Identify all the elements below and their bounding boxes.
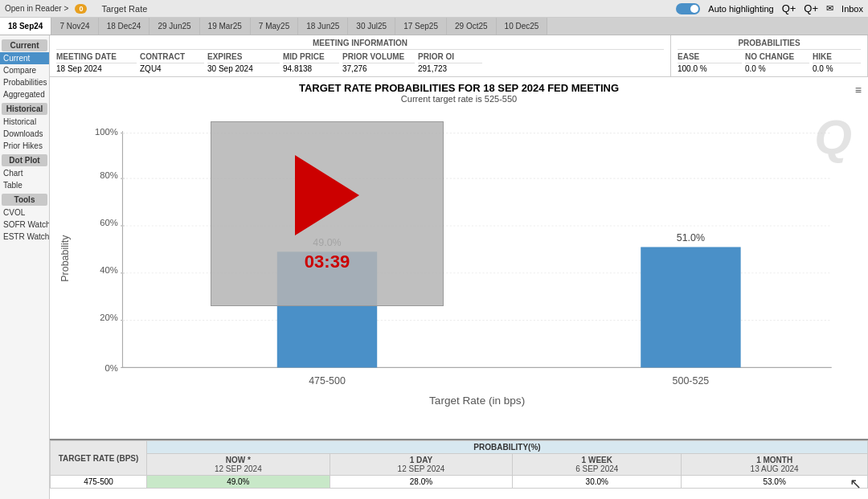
svg-text:40%: 40% xyxy=(100,265,118,275)
hike-header: HIKE xyxy=(813,52,861,63)
chart-area: TARGET RATE PROBABILITIES FOR 18 SEP 202… xyxy=(50,77,868,439)
prior-volume-value: 37,276 xyxy=(342,64,415,73)
expires-header: EXPIRES xyxy=(207,52,280,63)
sidebar-item-prior-hikes[interactable]: Prior Hikes xyxy=(0,140,49,152)
inbox-icon[interactable]: ✉ xyxy=(826,3,833,14)
meeting-information-section: MEETING INFORMATION MEETING DATE CONTRAC… xyxy=(50,35,671,76)
sidebar-item-table[interactable]: Table xyxy=(0,179,49,191)
mid-price-value: 94.8138 xyxy=(283,64,339,73)
info-header: MEETING INFORMATION MEETING DATE CONTRAC… xyxy=(50,35,868,77)
date-tabs: 18 Sep247 Nov2418 Dec2429 Jun2519 Mar257… xyxy=(0,18,868,35)
content-area: MEETING INFORMATION MEETING DATE CONTRAC… xyxy=(50,35,868,499)
ease-value: 100.0 % xyxy=(678,64,742,73)
month1-cell: 53.0% xyxy=(682,476,868,489)
date-tab-29-Oct25[interactable]: 29 Oct25 xyxy=(447,18,497,35)
bottom-table: TARGET RATE (BPS) PROBABILITY(%) NOW * 1… xyxy=(50,439,868,499)
sidebar-section-historical: Historical xyxy=(2,103,47,115)
date-tab-30-Jul25[interactable]: 30 Jul25 xyxy=(348,18,395,35)
date-tab-7-May25[interactable]: 7 May25 xyxy=(251,18,298,35)
chart-subtitle: Current target rate is 525-550 xyxy=(50,94,868,107)
open-reader-label: Open in Reader xyxy=(5,4,62,13)
date-tab-7-Nov24[interactable]: 7 Nov24 xyxy=(51,18,98,35)
cursor-icon: ↖ xyxy=(850,475,862,493)
date-tab-19-Mar25[interactable]: 19 Mar25 xyxy=(200,18,251,35)
date-tab-17-Sep25[interactable]: 17 Sep25 xyxy=(395,18,447,35)
sidebar-item-estr-watch[interactable]: ESTR Watch xyxy=(0,231,49,243)
probability-section-header: PROBABILITY(%) xyxy=(147,441,868,454)
sidebar-section-current: Current xyxy=(2,39,47,51)
prior-volume-header: PRIOR VOLUME xyxy=(342,52,415,63)
sidebar-item-historical[interactable]: Historical xyxy=(0,116,49,128)
prior-oi-header: PRIOR OI xyxy=(418,52,482,63)
svg-text:Probability: Probability xyxy=(59,235,71,282)
svg-text:60%: 60% xyxy=(100,218,118,227)
probabilities-title: PROBABILITIES xyxy=(678,39,861,50)
date-tab-18-Dec24[interactable]: 18 Dec24 xyxy=(99,18,150,35)
video-overlay[interactable]: 03:39 xyxy=(211,121,444,306)
date-tab-18-Jun25[interactable]: 18 Jun25 xyxy=(298,18,348,35)
svg-text:20%: 20% xyxy=(100,313,118,322)
expires-value: 30 Sep 2024 xyxy=(207,64,280,73)
svg-text:100%: 100% xyxy=(95,127,118,137)
bar-chart-svg: 0% 20% 40% 60% 80% 100% xyxy=(50,107,868,428)
probabilities-grid: EASE NO CHANGE HIKE 100.0 % 0.0 % 0.0 % xyxy=(678,52,861,73)
contract-value: ZQU4 xyxy=(140,64,204,73)
x-axis-title: Target Rate (in bps) xyxy=(429,395,525,407)
inbox-label[interactable]: Inbox xyxy=(841,4,863,14)
chart-menu-icon[interactable]: ≡ xyxy=(855,84,862,96)
x-label-500-525: 500-525 xyxy=(673,375,710,387)
auto-highlighting-toggle[interactable] xyxy=(676,3,700,14)
reader-badge: 0 xyxy=(75,4,87,14)
now-header: NOW * 12 SEP 2024 xyxy=(147,454,330,476)
arrow-icon: > xyxy=(64,4,69,13)
chart-title: TARGET RATE PROBABILITIES FOR 18 SEP 202… xyxy=(50,77,868,94)
topbar-left: Open in Reader > 0 Target Rate xyxy=(5,4,147,14)
week1-cell: 30.0% xyxy=(513,476,682,489)
mid-price-header: MID PRICE xyxy=(283,52,339,63)
sidebar-item-compare[interactable]: Compare xyxy=(0,64,49,76)
sidebar-section-dot-plot: Dot Plot xyxy=(2,154,47,166)
ease-header: EASE xyxy=(678,52,742,63)
contract-header: CONTRACT xyxy=(140,52,204,63)
meeting-date-header: MEETING DATE xyxy=(56,52,137,63)
no-change-value: 0.0 % xyxy=(745,64,809,73)
sidebar-item-cvol[interactable]: CVOL xyxy=(0,207,49,219)
sidebar-item-aggregated[interactable]: Aggregated xyxy=(0,88,49,100)
play-button[interactable] xyxy=(295,155,359,235)
x-label-475-500: 475-500 xyxy=(309,375,346,387)
bar-500-525 xyxy=(641,247,740,367)
target-rate-header: TARGET RATE (BPS) xyxy=(51,441,147,476)
prior-oi-value: 291,723 xyxy=(418,64,482,73)
topbar-right: Auto highlighting Q+ Q+ ✉ Inbox xyxy=(676,2,863,14)
1week-header: 1 WEEK 6 SEP 2024 xyxy=(513,454,682,476)
q-plus-icon[interactable]: Q+ xyxy=(804,2,818,14)
chart-svg-container: 0% 20% 40% 60% 80% 100% xyxy=(50,107,868,428)
meeting-info-grid: MEETING DATE CONTRACT EXPIRES MID PRICE … xyxy=(56,52,664,73)
hike-value: 0.0 % xyxy=(813,64,861,73)
target-rate-label: Target Rate xyxy=(101,4,147,14)
toggle-knob xyxy=(690,5,698,13)
now-cell: 49.0% xyxy=(147,476,330,489)
main-layout: CurrentCurrentCompareProbabilitiesAggreg… xyxy=(0,35,868,499)
rate-cell: 475-500 xyxy=(51,476,147,489)
date-tab-29-Jun25[interactable]: 29 Jun25 xyxy=(149,18,199,35)
meeting-date-value: 18 Sep 2024 xyxy=(56,64,137,73)
date-tab-18-Sep24[interactable]: 18 Sep24 xyxy=(0,18,51,35)
open-reader-button[interactable]: Open in Reader > xyxy=(5,4,68,13)
sidebar-item-current[interactable]: Current xyxy=(0,52,49,64)
sidebar-item-downloads[interactable]: Downloads xyxy=(0,128,49,140)
sidebar-item-probabilities[interactable]: Probabilities xyxy=(0,76,49,88)
sidebar: CurrentCurrentCompareProbabilitiesAggreg… xyxy=(0,35,50,499)
sidebar-item-chart[interactable]: Chart xyxy=(0,167,49,179)
no-change-header: NO CHANGE xyxy=(745,52,809,63)
svg-text:80%: 80% xyxy=(100,170,118,180)
topbar: Open in Reader > 0 Target Rate Auto high… xyxy=(0,0,868,18)
probabilities-section: PROBABILITIES EASE NO CHANGE HIKE 100.0 … xyxy=(671,35,868,76)
table-row: 475-50049.0%28.0%30.0%53.0% xyxy=(51,476,868,489)
sidebar-item-sofr-watch[interactable]: SOFR Watch xyxy=(0,219,49,231)
date-tab-10-Dec25[interactable]: 10 Dec25 xyxy=(497,18,548,35)
bar2-label: 51.0% xyxy=(677,232,705,243)
sidebar-section-tools: Tools xyxy=(2,194,47,206)
q-plus-add-icon[interactable]: Q+ xyxy=(782,2,796,14)
meeting-info-title: MEETING INFORMATION xyxy=(56,39,664,50)
